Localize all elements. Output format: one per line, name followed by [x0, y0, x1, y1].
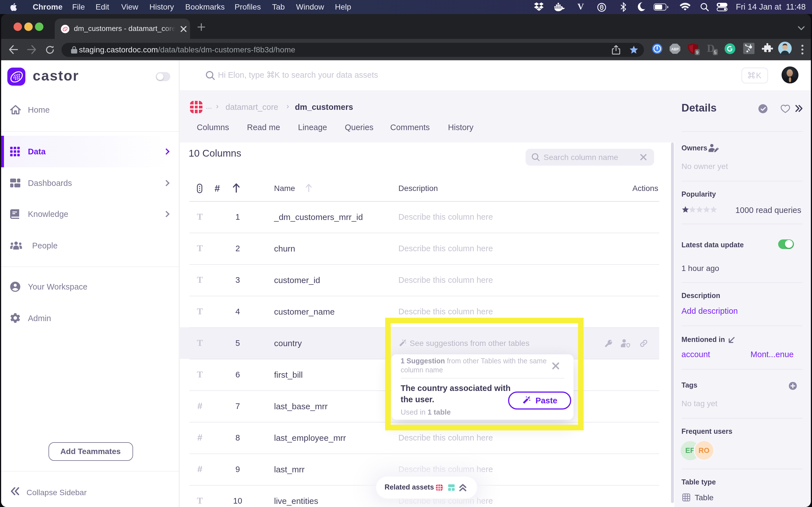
svg-text:ABP: ABP [671, 47, 679, 51]
